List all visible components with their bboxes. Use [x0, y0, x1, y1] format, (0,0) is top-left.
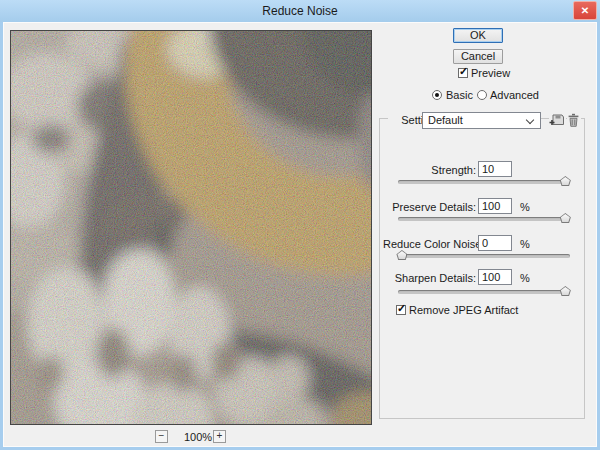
- close-icon: ✕: [581, 5, 589, 16]
- trash-icon: [567, 113, 580, 127]
- save-preset-icon: [549, 113, 565, 127]
- advanced-radio-label: Advanced: [490, 89, 539, 101]
- ok-button[interactable]: OK: [453, 28, 503, 43]
- advanced-radio[interactable]: [477, 90, 487, 100]
- strength-slider[interactable]: [398, 180, 570, 184]
- close-button[interactable]: ✕: [573, 1, 597, 20]
- image-preview[interactable]: [10, 30, 372, 425]
- basic-radio[interactable]: [432, 90, 442, 100]
- minus-icon: −: [159, 430, 165, 441]
- strength-label: Strength:: [383, 164, 476, 176]
- check-icon: ✓: [459, 65, 468, 78]
- reduce-color-noise-input[interactable]: [478, 235, 512, 251]
- title-bar[interactable]: Reduce Noise ✕: [0, 0, 600, 22]
- strength-input[interactable]: [478, 161, 512, 177]
- preserve-details-input[interactable]: [478, 198, 512, 214]
- sharpen-details-slider[interactable]: [398, 290, 570, 294]
- basic-radio-label: Basic: [446, 89, 473, 101]
- settings-dropdown-value: Default: [428, 114, 463, 126]
- remove-jpeg-artifact-label: Remove JPEG Artifact: [409, 304, 518, 316]
- save-preset-button[interactable]: [549, 113, 566, 128]
- preserve-details-unit: %: [520, 201, 530, 213]
- preserve-details-label: Preserve Details:: [383, 201, 476, 213]
- sharpen-details-input[interactable]: [478, 269, 512, 285]
- zoom-in-button[interactable]: +: [213, 430, 226, 443]
- reduce-noise-dialog: Reduce Noise ✕: [0, 0, 600, 450]
- sharpen-details-label: Sharpen Details:: [383, 272, 476, 284]
- reduce-color-noise-label: Reduce Color Noise:: [383, 238, 476, 250]
- remove-jpeg-artifact-checkbox[interactable]: ✓: [396, 305, 406, 315]
- sharpen-details-unit: %: [520, 272, 530, 284]
- chevron-down-icon: [526, 116, 534, 124]
- preview-checkbox[interactable]: ✓: [458, 68, 468, 78]
- check-icon: ✓: [397, 302, 406, 315]
- reduce-color-noise-unit: %: [520, 238, 530, 250]
- dialog-body: − 100% + OK Cancel ✓ Preview Basic Advan…: [3, 22, 597, 447]
- zoom-out-button[interactable]: −: [155, 430, 168, 443]
- delete-preset-button[interactable]: [567, 113, 581, 128]
- cancel-button[interactable]: Cancel: [453, 49, 503, 64]
- preserve-details-slider[interactable]: [398, 217, 570, 221]
- settings-dropdown[interactable]: Default: [422, 112, 541, 129]
- reduce-color-noise-slider[interactable]: [398, 254, 570, 258]
- plus-icon: +: [217, 430, 223, 441]
- noisy-image: [11, 31, 371, 424]
- preview-checkbox-label: Preview: [471, 67, 510, 79]
- dialog-title: Reduce Noise: [0, 0, 600, 22]
